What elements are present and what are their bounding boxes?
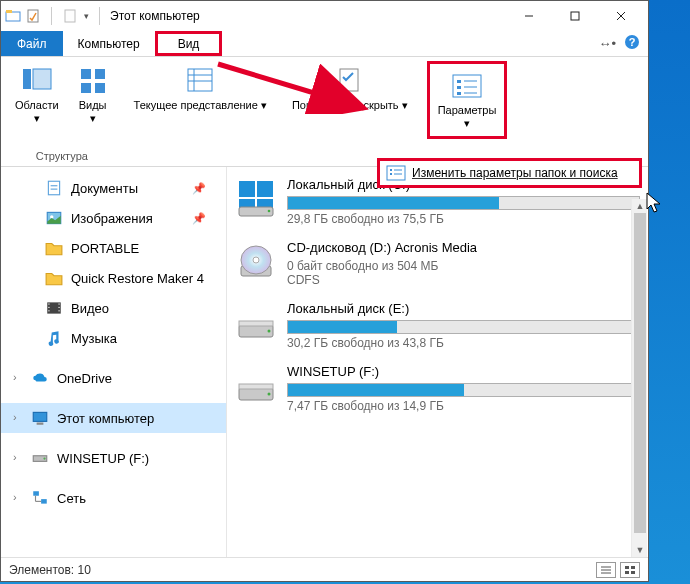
svg-rect-70 [387, 166, 405, 180]
menubar: Файл Компьютер Вид ↔• ? [1, 31, 648, 57]
network-icon [31, 489, 49, 507]
ribbon-panes[interactable]: Области▾ [9, 61, 65, 129]
drive-e[interactable]: Локальный диск (E:) 30,2 ГБ свободно из … [235, 301, 640, 350]
ribbon-options[interactable]: Параметры▾ [432, 66, 503, 134]
svg-rect-48 [239, 181, 255, 197]
content-scrollbar[interactable]: ▲ ▼ [631, 199, 647, 557]
drive-fs-text: CDFS [287, 273, 640, 287]
pin-ribbon-icon[interactable]: ↔• [598, 36, 616, 51]
cd-icon [235, 240, 277, 282]
documents-icon [45, 179, 63, 197]
separator [51, 7, 52, 25]
tree-video[interactable]: Видео [1, 293, 226, 323]
thispc-icon [31, 409, 49, 427]
tree-network[interactable]: › Сеть [1, 483, 226, 513]
drive-usage-bar [287, 320, 640, 334]
drive-d[interactable]: CD-дисковод (D:) Acronis Media 0 байт св… [235, 240, 640, 287]
current-view-icon [184, 65, 216, 97]
onedrive-icon [31, 369, 49, 387]
ribbon-show-hide[interactable]: Показать или скрыть ▾ [286, 61, 414, 116]
tree-qrm[interactable]: Quick Restore Maker 4 [1, 263, 226, 293]
views-icon [77, 65, 109, 97]
chevron-right-icon[interactable]: › [13, 371, 17, 383]
menu-right-controls: ↔• ? [598, 31, 648, 56]
svg-rect-41 [37, 423, 44, 425]
svg-rect-26 [457, 92, 461, 95]
body-area: Документы📌 Изображения📌 PORTABLE Quick R… [1, 167, 648, 557]
tree-documents[interactable]: Документы📌 [1, 173, 226, 203]
svg-rect-40 [33, 412, 47, 421]
close-button[interactable] [598, 2, 644, 30]
drive-usage-bar [287, 383, 640, 397]
drive-f[interactable]: WINSETUP (F:) 7,47 ГБ свободно из 14,9 Г… [235, 364, 640, 413]
explorer-window: ▾ Этот компьютер Файл Компьютер Вид ↔• ? [0, 0, 649, 582]
statusbar: Элементов: 10 [1, 557, 648, 581]
minimize-button[interactable] [506, 2, 552, 30]
ribbon-views[interactable]: Виды▾ [71, 61, 115, 129]
tree-thispc[interactable]: › Этот компьютер [1, 403, 226, 433]
window-controls [506, 2, 644, 30]
hdd-icon [235, 301, 277, 343]
menu-view[interactable]: Вид [155, 31, 223, 56]
properties-icon[interactable] [25, 8, 41, 24]
svg-point-43 [43, 457, 45, 459]
tree-onedrive[interactable]: › OneDrive [1, 363, 226, 393]
svg-rect-39 [59, 310, 60, 311]
large-icons-view-icon[interactable] [620, 562, 640, 578]
svg-rect-14 [81, 83, 91, 93]
details-view-icon[interactable] [596, 562, 616, 578]
svg-point-59 [268, 330, 271, 333]
titlebar: ▾ Этот компьютер [1, 1, 648, 31]
tree-portable[interactable]: PORTABLE [1, 233, 226, 263]
svg-rect-71 [390, 169, 392, 171]
chevron-right-icon[interactable]: › [13, 411, 17, 423]
music-icon [45, 329, 63, 347]
tree-images[interactable]: Изображения📌 [1, 203, 226, 233]
chevron-right-icon[interactable]: › [13, 451, 17, 463]
options-dropdown-item[interactable]: Изменить параметры папок и поиска [377, 158, 642, 188]
ribbon-group-structure: Структура [9, 150, 115, 166]
chevron-right-icon[interactable]: › [13, 491, 17, 503]
maximize-button[interactable] [552, 2, 598, 30]
svg-rect-34 [48, 304, 49, 305]
svg-rect-35 [48, 307, 49, 308]
options-small-icon [386, 165, 406, 181]
hdd-icon [235, 364, 277, 406]
options-dropdown-label: Изменить параметры папок и поиска [412, 166, 618, 180]
folder-icon [45, 239, 63, 257]
svg-rect-49 [257, 181, 273, 197]
svg-rect-12 [81, 69, 91, 79]
status-view-icons [596, 562, 640, 578]
menu-file[interactable]: Файл [1, 31, 63, 56]
show-hide-icon [334, 65, 366, 97]
drive-name: WINSETUP (F:) [287, 364, 640, 379]
svg-rect-15 [95, 83, 105, 93]
svg-rect-22 [457, 80, 461, 83]
hdd-icon [235, 177, 277, 219]
ribbon-current-view[interactable]: Текущее представление ▾ [128, 61, 273, 116]
svg-rect-61 [239, 384, 273, 389]
svg-rect-24 [457, 86, 461, 89]
video-icon [45, 299, 63, 317]
drive-free-text: 7,47 ГБ свободно из 14,9 ГБ [287, 399, 640, 413]
folder-small-icon [62, 8, 78, 24]
menu-computer[interactable]: Компьютер [63, 31, 155, 56]
quick-access-toolbar: ▾ [5, 7, 106, 25]
drive-name: CD-дисковод (D:) Acronis Media [287, 240, 640, 255]
nav-tree: Документы📌 Изображения📌 PORTABLE Quick R… [1, 167, 227, 557]
svg-rect-13 [95, 69, 105, 79]
tree-winsetup[interactable]: › WINSETUP (F:) [1, 443, 226, 473]
svg-point-56 [253, 257, 259, 263]
qat-dropdown-icon[interactable]: ▾ [84, 11, 89, 21]
help-icon[interactable]: ? [624, 34, 640, 53]
svg-rect-11 [33, 69, 51, 89]
drive-usage-bar [287, 196, 640, 210]
svg-rect-10 [23, 69, 31, 89]
drive-icon [31, 449, 49, 467]
svg-rect-28 [48, 181, 59, 195]
app-icon [5, 8, 21, 24]
svg-rect-37 [59, 304, 60, 305]
ribbon: Области▾ Виды▾ Структура Текущее предс [1, 57, 648, 167]
tree-music[interactable]: Музыка [1, 323, 226, 353]
pin-icon: 📌 [192, 182, 206, 195]
